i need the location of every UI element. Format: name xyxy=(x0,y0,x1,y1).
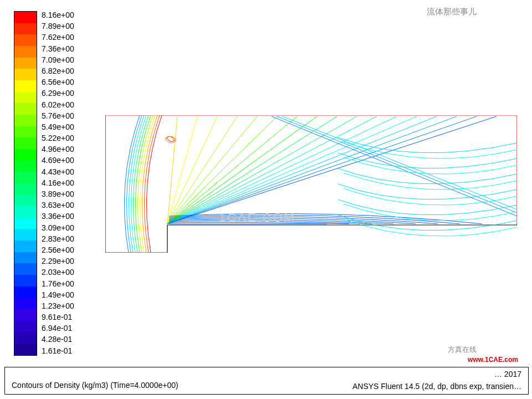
colorbar-segment xyxy=(14,58,37,69)
legend-value: 3.09e+00 xyxy=(42,224,74,232)
colorbar-segment xyxy=(14,298,37,309)
colorbar-segment xyxy=(14,241,37,252)
legend-value: 5.22e+00 xyxy=(42,134,74,142)
legend-value: 6.94e-01 xyxy=(42,324,74,332)
colorbar-segment xyxy=(14,103,37,115)
colorbar-segment xyxy=(14,46,37,58)
legend-value: 4.96e+00 xyxy=(42,145,74,153)
fluent-contour-plot: 8.16e+007.89e+007.62e+007.36e+007.09e+00… xyxy=(0,0,532,399)
legend-value: 5.49e+00 xyxy=(42,123,74,131)
colorbar-segment xyxy=(14,263,37,275)
colorbar-segment xyxy=(14,34,37,46)
legend-value: 1.23e+00 xyxy=(42,302,74,310)
legend-value: 6.82e+00 xyxy=(42,67,74,75)
legend-labels: 8.16e+007.89e+007.62e+007.36e+007.09e+00… xyxy=(42,11,74,355)
watermark-cn2: 方真在线 xyxy=(448,345,477,355)
watermark-center: 1CAE.COM xyxy=(219,211,296,225)
legend-value: 5.76e+00 xyxy=(42,112,74,120)
watermark-cn1: 流体那些事儿 xyxy=(427,7,477,17)
colorbar-segment xyxy=(14,69,37,80)
legend-value: 2.56e+00 xyxy=(42,246,74,254)
colorbar-segment xyxy=(14,137,37,149)
colorbar-segment xyxy=(14,309,37,321)
legend-value: 7.36e+00 xyxy=(42,45,74,53)
colorbar-segment xyxy=(14,252,37,264)
legend-value: 8.16e+00 xyxy=(42,11,74,19)
colorbar-segment xyxy=(14,172,37,183)
legend-value: 4.43e+00 xyxy=(42,168,74,176)
color-legend: 8.16e+007.89e+007.62e+007.36e+007.09e+00… xyxy=(14,11,105,356)
colorbar-segment xyxy=(14,275,37,287)
colorbar-segment xyxy=(14,206,37,218)
colorbar-segment xyxy=(14,321,37,332)
legend-value: 3.36e+00 xyxy=(42,212,74,220)
contour-plot xyxy=(105,115,517,253)
legend-value: 6.56e+00 xyxy=(42,78,74,86)
legend-value: 4.16e+00 xyxy=(42,179,74,187)
software-label: ANSYS Fluent 14.5 (2d, dp, dbns exp, tra… xyxy=(352,382,521,391)
colorbar-segment xyxy=(14,126,37,138)
legend-value: 4.69e+00 xyxy=(42,156,74,164)
colorbar-segment xyxy=(14,183,37,195)
colorbar-segment xyxy=(14,287,37,298)
colorbar-segment xyxy=(14,161,37,172)
colorbar-segment xyxy=(14,229,37,241)
legend-value: 2.83e+00 xyxy=(42,235,74,243)
plot-svg xyxy=(105,115,517,253)
legend-value: 1.76e+00 xyxy=(42,280,74,288)
legend-value: 9.61e-01 xyxy=(42,313,74,321)
colorbar-segment xyxy=(14,344,37,355)
legend-value: 7.09e+00 xyxy=(42,56,74,64)
legend-value: 2.29e+00 xyxy=(42,257,74,265)
plot-date: … 2017 xyxy=(494,370,521,378)
colorbar xyxy=(14,11,37,356)
legend-value: 6.29e+00 xyxy=(42,89,74,97)
legend-value: 6.02e+00 xyxy=(42,101,74,109)
legend-value: 1.61e-01 xyxy=(42,347,74,355)
legend-value: 4.28e-01 xyxy=(42,335,74,343)
colorbar-segment xyxy=(14,23,37,35)
colorbar-segment xyxy=(14,218,37,229)
colorbar-segment xyxy=(14,115,37,126)
colorbar-segment xyxy=(14,12,37,23)
legend-value: 2.03e+00 xyxy=(42,268,74,276)
plot-title: Contours of Density (kg/m3) (Time=4.0000… xyxy=(12,381,178,390)
colorbar-segment xyxy=(14,80,37,92)
colorbar-segment xyxy=(14,149,37,161)
legend-value: 7.62e+00 xyxy=(42,33,74,41)
legend-value: 3.63e+00 xyxy=(42,201,74,209)
legend-value: 3.89e+00 xyxy=(42,190,74,198)
watermark-cae: www.1CAE.com xyxy=(468,356,518,364)
legend-value: 1.49e+00 xyxy=(42,291,74,299)
footer-bar: Contours of Density (kg/m3) (Time=4.0000… xyxy=(4,367,529,395)
colorbar-segment xyxy=(14,92,37,104)
colorbar-segment xyxy=(14,332,37,344)
legend-value: 7.89e+00 xyxy=(42,22,74,30)
colorbar-segment xyxy=(14,195,37,207)
